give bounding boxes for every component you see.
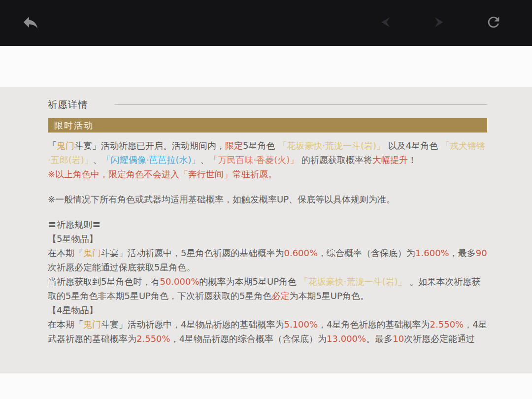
five-star-up-rule: 当祈愿获取到5星角色时，有50.000%的概率为本期5星UP角色 「花坂豪快·荒… <box>48 274 487 303</box>
next-arrow-icon <box>432 15 447 31</box>
wish-details-panel: 祈愿详情 限时活动 「鬼门斗宴」活动祈愿已开启。活动期间内，限定5星角色 「花坂… <box>0 87 532 373</box>
back-arrow-icon <box>21 13 40 33</box>
title-divider <box>115 104 487 105</box>
page-background-bottom <box>0 373 532 399</box>
rules-heading: 〓祈愿规则〓 <box>48 217 487 232</box>
top-bar <box>0 0 532 46</box>
banner-label: 限时活动 <box>54 120 94 132</box>
page-background-top <box>0 46 532 87</box>
refresh-button[interactable] <box>484 13 503 33</box>
wish-description-text: 「鬼门斗宴」活动祈愿已开启。活动期间内，限定5星角色 「花坂豪快·荒泷一斗(岩)… <box>48 138 487 346</box>
title-row: 祈愿详情 <box>48 99 487 110</box>
next-page-button[interactable] <box>430 13 449 33</box>
wish-details-screen: 祈愿详情 限时活动 「鬼门斗宴」活动祈愿已开启。活动期间内，限定5星角色 「花坂… <box>0 0 532 399</box>
intro-paragraph: 「鬼门斗宴」活动祈愿已开启。活动期间内，限定5星角色 「花坂豪快·荒泷一斗(岩)… <box>48 138 487 167</box>
back-button[interactable] <box>21 13 40 33</box>
five-star-base-rate: 在本期「鬼门斗宴」活动祈愿中，5星角色祈愿的基础概率为0.600%，综合概率（含… <box>48 246 487 274</box>
intro-restriction-note: ※以上角色中，限定角色不会进入「奔行世间」常驻祈愿。 <box>48 167 487 181</box>
event-type-banner: 限时活动 <box>48 118 487 133</box>
five-star-heading: 【5星物品】 <box>48 232 487 246</box>
four-star-heading: 【4星物品】 <box>48 303 487 317</box>
prev-arrow-icon <box>378 15 393 31</box>
top-bar-right-group <box>375 13 503 33</box>
page-title: 祈愿详情 <box>48 99 88 110</box>
prev-page-button[interactable] <box>375 13 395 33</box>
refresh-icon <box>485 14 502 32</box>
base-probability-note: ※一般情况下所有角色或武器均适用基础概率，如触发概率UP、保底等以具体规则为准。 <box>48 192 487 206</box>
four-star-base-rate: 在本期「鬼门斗宴」活动祈愿中，4星物品祈愿的基础概率为5.100%，4星角色祈愿… <box>48 317 487 346</box>
